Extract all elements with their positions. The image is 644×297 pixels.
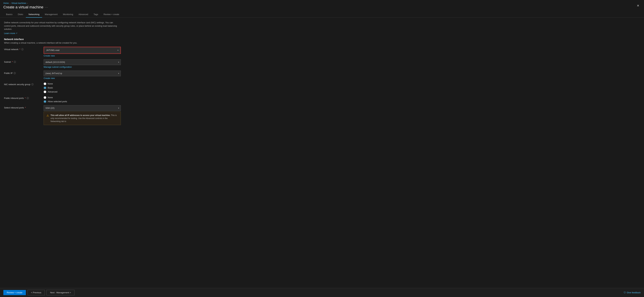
virtual-network-label: Virtual network * ⓘ: [4, 47, 41, 51]
tabs-bar: Basics Disks Networking Management Monit…: [0, 11, 644, 17]
virtual-network-required: *: [20, 48, 20, 51]
virtual-network-label-text: Virtual network: [4, 48, 18, 51]
warning-triangle-icon: ⚠: [46, 114, 49, 117]
public-ip-label: Public IP ⓘ: [4, 70, 41, 75]
page-title: Create a virtual machine ···: [3, 5, 48, 9]
tab-review-create[interactable]: Review + create: [101, 11, 122, 17]
inbound-none-label: None: [48, 96, 53, 99]
page-title-text: Create a virtual machine: [3, 5, 43, 9]
virtual-network-control: JHTVM1-vnet ▾ Create new: [44, 47, 121, 57]
inbound-ports-warning-box: ⚠ This will allow all IP addresses to ac…: [44, 112, 121, 125]
tab-management[interactable]: Management: [42, 11, 60, 17]
breadcrumb-sep1: ›: [10, 2, 10, 4]
networking-description: Define network connectivity for your vir…: [4, 21, 118, 31]
subnet-label-text: Subnet: [4, 61, 11, 63]
footer: Review + create < Previous Next : Manage…: [0, 288, 644, 297]
public-inbound-ports-label: Public inbound ports * ⓘ: [4, 95, 41, 100]
review-create-button[interactable]: Review + create: [3, 290, 26, 295]
nic-nsg-info-icon[interactable]: ⓘ: [32, 83, 34, 86]
subnet-select[interactable]: default (10.0.0.0/24): [44, 59, 121, 65]
nic-nsg-none-option[interactable]: None: [44, 82, 121, 85]
public-inbound-ports-control: None Allow selected ports: [44, 95, 121, 103]
give-feedback-label: Give feedback: [627, 291, 641, 294]
select-inbound-ports-row: Select inbound ports * SSH (22) ▾ ⚠ This…: [4, 105, 640, 125]
warning-bold-text: This will allow all IP addresses to acce…: [50, 114, 110, 116]
public-ip-create-new-link[interactable]: Create new: [44, 77, 55, 79]
subnet-required: *: [12, 61, 13, 63]
nic-nsg-control: None Basic Advanced: [44, 82, 121, 93]
external-link-icon: ↗: [16, 32, 17, 34]
public-ip-select[interactable]: (new) JHTvm2-ip: [44, 70, 121, 76]
close-button[interactable]: ✕: [636, 3, 641, 8]
subnet-row: Subnet * ⓘ default (10.0.0.0/24) ▾ Manag…: [4, 59, 640, 68]
virtual-network-select[interactable]: JHTVM1-vnet: [44, 47, 120, 53]
inbound-allow-selected-label: Allow selected ports: [48, 100, 67, 103]
tab-advanced[interactable]: Advanced: [76, 11, 91, 17]
title-bar: Home › Virtual machines › Create a virtu…: [0, 0, 644, 11]
tab-basics[interactable]: Basics: [3, 11, 15, 17]
tab-disks[interactable]: Disks: [15, 11, 26, 17]
tab-monitoring[interactable]: Monitoring: [60, 11, 76, 17]
nic-nsg-advanced-radio[interactable]: [44, 90, 46, 93]
virtual-network-select-wrapper: JHTVM1-vnet ▾: [44, 47, 120, 53]
warning-text: This will allow all IP addresses to acce…: [50, 114, 118, 123]
public-inbound-ports-required: *: [25, 97, 26, 99]
public-inbound-ports-radio-group: None Allow selected ports: [44, 95, 121, 103]
tab-networking[interactable]: Networking: [26, 11, 42, 17]
learn-more-link[interactable]: Learn more ↗: [4, 32, 17, 34]
subnet-label: Subnet * ⓘ: [4, 59, 41, 63]
inbound-allow-selected-option[interactable]: Allow selected ports: [44, 100, 121, 103]
select-inbound-ports-control: SSH (22) ▾ ⚠ This will allow all IP addr…: [44, 105, 121, 125]
previous-button[interactable]: < Previous: [28, 290, 45, 295]
inbound-ports-select[interactable]: SSH (22): [44, 105, 121, 111]
virtual-network-create-new-link[interactable]: Create new: [44, 54, 55, 57]
virtual-network-row: Virtual network * ⓘ JHTVM1-vnet ▾ Create…: [4, 47, 640, 57]
footer-left: Review + create < Previous Next : Manage…: [3, 290, 74, 295]
next-management-button[interactable]: Next : Management >: [46, 290, 74, 295]
footer-right: 🗨 Give feedback: [624, 291, 641, 294]
select-inbound-ports-required: *: [25, 106, 26, 109]
breadcrumb-sep2: ›: [27, 2, 28, 4]
learn-more-label: Learn more: [4, 32, 15, 34]
nic-nsg-basic-radio[interactable]: [44, 86, 46, 89]
breadcrumb-virtual-machines[interactable]: Virtual machines: [12, 2, 26, 4]
public-ip-info-icon[interactable]: ⓘ: [14, 72, 16, 75]
public-ip-select-wrapper: (new) JHTvm2-ip ▾: [44, 70, 121, 76]
public-inbound-ports-row: Public inbound ports * ⓘ None Allow sele…: [4, 95, 640, 103]
nic-nsg-advanced-label: Advanced: [48, 90, 58, 93]
title-left: Home › Virtual machines › Create a virtu…: [3, 2, 48, 9]
select-inbound-ports-label: Select inbound ports *: [4, 105, 41, 109]
subnet-select-wrapper: default (10.0.0.0/24) ▾: [44, 59, 121, 65]
nic-nsg-radio-group: None Basic Advanced: [44, 82, 121, 93]
nic-nsg-none-radio[interactable]: [44, 82, 46, 85]
network-interface-subtitle: When creating a virtual machine, a netwo…: [4, 41, 640, 44]
inbound-ports-select-wrapper: SSH (22) ▾: [44, 105, 121, 111]
tab-tags[interactable]: Tags: [91, 11, 101, 17]
nic-nsg-label: NIC network security group ⓘ: [4, 82, 41, 86]
nic-nsg-basic-label: Basic: [48, 86, 53, 89]
give-feedback-link[interactable]: 🗨 Give feedback: [624, 291, 641, 294]
breadcrumb-home[interactable]: Home: [3, 2, 9, 4]
nic-nsg-label-text: NIC network security group: [4, 83, 30, 86]
inbound-none-radio[interactable]: [44, 96, 46, 99]
public-inbound-ports-info-icon[interactable]: ⓘ: [27, 97, 29, 100]
select-inbound-ports-label-text: Select inbound ports: [4, 106, 24, 109]
subnet-info-icon[interactable]: ⓘ: [14, 60, 16, 63]
page-title-dots[interactable]: ···: [45, 5, 48, 9]
inbound-allow-selected-radio[interactable]: [44, 100, 46, 103]
subnet-control: default (10.0.0.0/24) ▾ Manage subnet co…: [44, 59, 121, 68]
nic-nsg-basic-option[interactable]: Basic: [44, 86, 121, 89]
public-inbound-ports-label-text: Public inbound ports: [4, 97, 24, 99]
manage-subnet-link[interactable]: Manage subnet configuration: [44, 66, 72, 68]
public-ip-control: (new) JHTvm2-ip ▾ Create new: [44, 70, 121, 79]
public-ip-row: Public IP ⓘ (new) JHTvm2-ip ▾ Create new: [4, 70, 640, 79]
nic-nsg-none-label: None: [48, 82, 53, 85]
public-ip-label-text: Public IP: [4, 72, 12, 74]
virtual-network-info-icon[interactable]: ⓘ: [21, 48, 24, 51]
nic-nsg-row: NIC network security group ⓘ None Basic …: [4, 82, 640, 93]
breadcrumb: Home › Virtual machines ›: [3, 2, 48, 4]
virtual-network-highlight-box: JHTVM1-vnet ▾: [44, 47, 121, 54]
nic-nsg-advanced-option[interactable]: Advanced: [44, 90, 121, 93]
inbound-none-option[interactable]: None: [44, 96, 121, 99]
feedback-icon: 🗨: [624, 291, 626, 294]
